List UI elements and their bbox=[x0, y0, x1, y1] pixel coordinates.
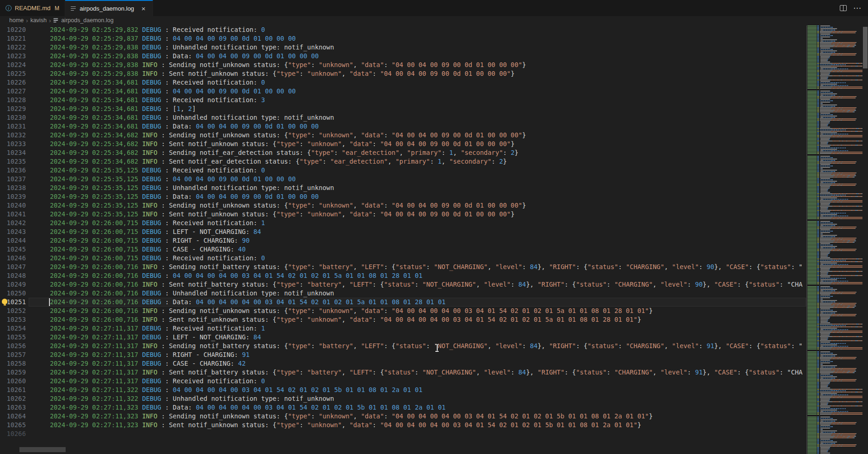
horizontal-scrollbar[interactable] bbox=[0, 446, 807, 452]
line-number[interactable]: 10241 bbox=[0, 210, 26, 219]
log-line[interactable]: 102382024-09-29 02:25:35,125 DEBUG : Unh… bbox=[0, 184, 807, 192]
more-actions-icon[interactable]: ⋯ bbox=[853, 6, 862, 11]
log-line[interactable]: 102312024-09-29 02:25:34,681 DEBUG : Dat… bbox=[0, 122, 807, 131]
log-line[interactable]: 102302024-09-29 02:25:34,681 DEBUG : Unh… bbox=[0, 113, 807, 122]
line-number[interactable]: 10260 bbox=[0, 377, 26, 386]
line-number[interactable]: 10226 bbox=[0, 78, 26, 87]
log-line[interactable]: 102392024-09-29 02:25:35,125 DEBUG : Dat… bbox=[0, 192, 807, 201]
log-line-text[interactable]: 2024-09-29 02:27:11,317 DEBUG : Received… bbox=[26, 324, 265, 333]
line-number[interactable]: 10231 bbox=[0, 122, 26, 131]
log-line[interactable]: 102272024-09-29 02:25:34,681 DEBUG : 04 … bbox=[0, 87, 807, 96]
line-number[interactable]: 10230 bbox=[0, 113, 26, 122]
log-line-text[interactable]: 2024-09-29 02:26:00,716 INFO : Sending n… bbox=[26, 263, 802, 271]
log-line[interactable]: 102292024-09-29 02:25:34,681 DEBUG : [1,… bbox=[0, 104, 807, 113]
log-line-text[interactable]: 2024-09-29 02:27:11,323 INFO : Sent noti… bbox=[26, 421, 641, 429]
line-number[interactable]: 10258 bbox=[0, 359, 26, 368]
log-line[interactable]: 102442024-09-29 02:26:00,715 DEBUG : RIG… bbox=[0, 236, 807, 245]
line-number[interactable]: 10263 bbox=[0, 403, 26, 412]
log-line-text[interactable]: 2024-09-29 02:27:11,317 INFO : Sent noti… bbox=[26, 368, 802, 377]
log-line[interactable]: 102572024-09-29 02:27:11,317 DEBUG : RIG… bbox=[0, 350, 807, 359]
log-line-text[interactable]: 2024-09-29 02:26:00,716 INFO : Sending n… bbox=[26, 307, 653, 315]
breadcrumb-kavish[interactable]: kavish bbox=[31, 17, 47, 24]
log-line-text[interactable]: 2024-09-29 02:25:34,682 INFO : Sending n… bbox=[26, 131, 526, 140]
log-line-text[interactable] bbox=[26, 429, 50, 438]
tab-readme[interactable]: i README.md M bbox=[0, 0, 65, 16]
line-number[interactable]: 10235 bbox=[0, 157, 26, 166]
log-line-text[interactable]: 2024-09-29 02:26:00,715 DEBUG : RIGHT - … bbox=[26, 236, 250, 245]
log-line-text[interactable]: 2024-09-29 02:25:29,838 INFO : Sent noti… bbox=[26, 69, 514, 78]
line-number[interactable]: 10243 bbox=[0, 227, 26, 236]
log-line-text[interactable]: 2024-09-29 02:27:11,322 DEBUG : Unhandle… bbox=[26, 394, 334, 403]
log-line-text[interactable]: 2024-09-29 02:25:34,681 DEBUG : Received… bbox=[26, 96, 265, 104]
log-line[interactable]: 102342024-09-29 02:25:34,682 INFO : Send… bbox=[0, 148, 807, 157]
log-line-text[interactable]: 2024-09-29 02:26:00,715 DEBUG : Received… bbox=[26, 254, 265, 263]
log-line-text[interactable]: 2024-09-29 02:27:11,317 DEBUG : CASE - C… bbox=[26, 359, 246, 368]
log-line[interactable]: 102202024-09-29 02:25:29,832 DEBUG : Rec… bbox=[0, 25, 807, 34]
line-number[interactable]: 10255 bbox=[0, 333, 26, 342]
log-line-text[interactable]: 2024-09-29 02:25:29,832 DEBUG : Received… bbox=[26, 25, 265, 34]
line-number[interactable]: 10249 bbox=[0, 280, 26, 289]
log-line[interactable]: 102282024-09-29 02:25:34,681 DEBUG : Rec… bbox=[0, 96, 807, 104]
line-number[interactable]: 10225 bbox=[0, 69, 26, 78]
log-line-text[interactable]: 2024-09-29 02:25:34,682 INFO : Sending n… bbox=[26, 148, 519, 157]
log-line[interactable]: 102452024-09-29 02:26:00,715 DEBUG : CAS… bbox=[0, 245, 807, 254]
log-line-text[interactable]: 2024-09-29 02:25:29,838 DEBUG : Unhandle… bbox=[26, 43, 334, 52]
log-line-text[interactable]: 2024-09-29 02:27:11,317 DEBUG : RIGHT - … bbox=[26, 350, 250, 359]
log-line-text[interactable]: 2024-09-29 02:25:35,125 DEBUG : 04 00 04… bbox=[26, 175, 296, 184]
editor-content[interactable]: 102202024-09-29 02:25:29,832 DEBUG : Rec… bbox=[0, 25, 807, 442]
log-line[interactable]: 102492024-09-29 02:26:00,716 INFO : Sent… bbox=[0, 280, 807, 289]
line-number[interactable]: 10240 bbox=[0, 201, 26, 210]
line-number[interactable]: 10222 bbox=[0, 43, 26, 52]
log-line-text[interactable]: 2024-09-29 02:27:11,323 DEBUG : Data: 04… bbox=[26, 403, 446, 412]
line-number[interactable]: 10234 bbox=[0, 148, 26, 157]
line-number[interactable]: 10239 bbox=[0, 192, 26, 201]
log-line-text[interactable]: 2024-09-29 02:26:00,715 DEBUG : LEFT - N… bbox=[26, 227, 261, 236]
line-number[interactable]: 10256 bbox=[0, 342, 26, 350]
close-icon[interactable]: × bbox=[140, 5, 147, 12]
line-number[interactable]: 10266 bbox=[0, 429, 26, 438]
horizontal-scrollbar-thumb[interactable] bbox=[19, 447, 66, 452]
log-line[interactable]: 102432024-09-29 02:26:00,715 DEBUG : LEF… bbox=[0, 227, 807, 236]
log-line[interactable]: 102422024-09-29 02:26:00,715 DEBUG : Rec… bbox=[0, 219, 807, 227]
log-line-text[interactable]: 2024-09-29 02:26:00,716 DEBUG : Data: 04… bbox=[26, 298, 446, 307]
log-line[interactable]: 102402024-09-29 02:25:35,125 INFO : Send… bbox=[0, 201, 807, 210]
log-line-text[interactable]: 2024-09-29 02:25:35,125 DEBUG : Data: 04… bbox=[26, 192, 319, 201]
log-line[interactable]: 102522024-09-29 02:26:00,716 INFO : Send… bbox=[0, 307, 807, 315]
log-line-text[interactable]: 2024-09-29 02:25:34,681 DEBUG : Unhandle… bbox=[26, 113, 334, 122]
log-line[interactable]: 102652024-09-29 02:27:11,323 INFO : Sent… bbox=[0, 421, 807, 429]
lightbulb-icon[interactable] bbox=[2, 299, 7, 304]
log-line-text[interactable]: 2024-09-29 02:27:11,317 DEBUG : Received… bbox=[26, 377, 265, 386]
line-number[interactable]: 10232 bbox=[0, 131, 26, 140]
log-line[interactable]: 102352024-09-29 02:25:34,682 INFO : Sent… bbox=[0, 157, 807, 166]
log-line-text[interactable]: 2024-09-29 02:26:00,716 INFO : Sent noti… bbox=[26, 280, 802, 289]
vertical-scrollbar-thumb[interactable] bbox=[863, 27, 868, 68]
log-line[interactable]: 102622024-09-29 02:27:11,322 DEBUG : Unh… bbox=[0, 394, 807, 403]
log-line[interactable]: 102242024-09-29 02:25:29,838 INFO : Send… bbox=[0, 61, 807, 69]
log-line-text[interactable]: 2024-09-29 02:25:35,125 INFO : Sending n… bbox=[26, 201, 526, 210]
log-line[interactable]: 102252024-09-29 02:25:29,838 INFO : Sent… bbox=[0, 69, 807, 78]
log-line-text[interactable]: 2024-09-29 02:25:35,125 INFO : Sent noti… bbox=[26, 210, 514, 219]
log-line-text[interactable]: 2024-09-29 02:26:00,715 DEBUG : Received… bbox=[26, 219, 265, 227]
log-line[interactable]: 102322024-09-29 02:25:34,682 INFO : Send… bbox=[0, 131, 807, 140]
line-number[interactable]: 10248 bbox=[0, 271, 26, 280]
log-line[interactable]: 102632024-09-29 02:27:11,323 DEBUG : Dat… bbox=[0, 403, 807, 412]
log-line[interactable]: 102592024-09-29 02:27:11,317 INFO : Sent… bbox=[0, 368, 807, 377]
line-number[interactable]: 10242 bbox=[0, 219, 26, 227]
log-line[interactable]: 102582024-09-29 02:27:11,317 DEBUG : CAS… bbox=[0, 359, 807, 368]
minimap[interactable] bbox=[807, 25, 862, 454]
split-editor-icon[interactable] bbox=[840, 5, 847, 11]
log-line-text[interactable]: 2024-09-29 02:25:34,682 INFO : Sent noti… bbox=[26, 140, 514, 148]
log-line-text[interactable]: 2024-09-29 02:25:35,125 DEBUG : Unhandle… bbox=[26, 184, 334, 192]
line-number[interactable]: 10229 bbox=[0, 104, 26, 113]
line-number[interactable]: 10253 bbox=[0, 315, 26, 324]
log-line-text[interactable]: 2024-09-29 02:26:00,716 INFO : Sent noti… bbox=[26, 315, 641, 324]
line-number[interactable]: 10236 bbox=[0, 166, 26, 175]
log-line-text[interactable]: 2024-09-29 02:26:00,716 DEBUG : Unhandle… bbox=[26, 289, 334, 298]
log-line[interactable]: 102462024-09-29 02:26:00,715 DEBUG : Rec… bbox=[0, 254, 807, 263]
line-number[interactable]: 10247 bbox=[0, 263, 26, 271]
log-line[interactable]: 102642024-09-29 02:27:11,323 INFO : Send… bbox=[0, 412, 807, 421]
log-line[interactable]: 102372024-09-29 02:25:35,125 DEBUG : 04 … bbox=[0, 175, 807, 184]
log-line-text[interactable]: 2024-09-29 02:25:29,838 DEBUG : Data: 04… bbox=[26, 52, 319, 61]
vertical-scrollbar[interactable] bbox=[862, 25, 868, 454]
line-number[interactable]: 10245 bbox=[0, 245, 26, 254]
